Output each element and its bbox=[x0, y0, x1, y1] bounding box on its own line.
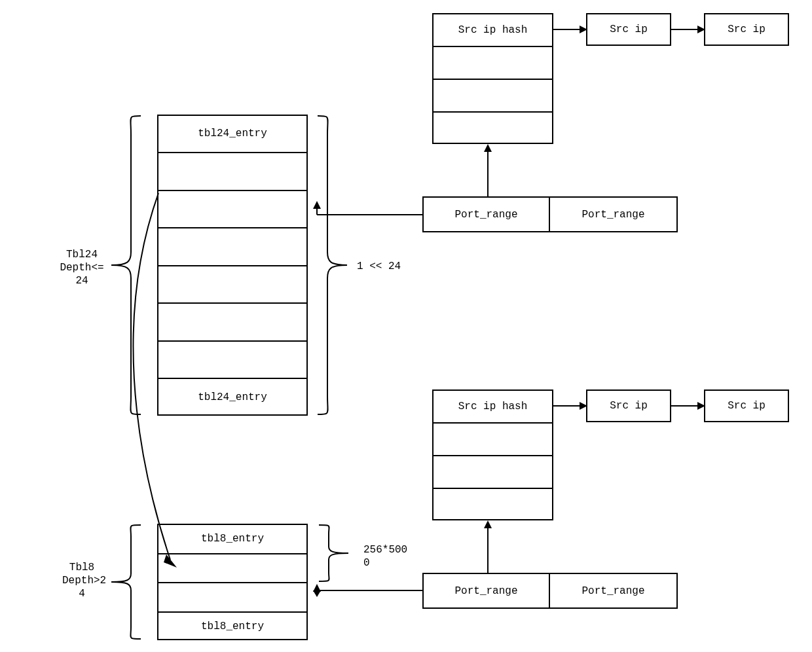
arrow-bot-port-hash bbox=[478, 520, 498, 574]
arrow-tbl24-tbl8 bbox=[131, 193, 210, 579]
svg-marker-18 bbox=[313, 584, 321, 592]
top-portrange-1-label: Port_range bbox=[454, 209, 517, 221]
top-portrange-2-label: Port_range bbox=[581, 209, 644, 221]
top-srcip-1-label: Src ip bbox=[610, 24, 648, 35]
svg-marker-12 bbox=[697, 402, 705, 410]
svg-marker-3 bbox=[697, 26, 705, 33]
arrow-tbl24-port bbox=[308, 200, 424, 219]
bot-portrange-2-label: Port_range bbox=[581, 585, 644, 597]
bot-hash-label: Src ip hash bbox=[432, 400, 553, 413]
svg-marker-10 bbox=[580, 402, 587, 410]
bot-srcip-1: Src ip bbox=[586, 389, 671, 422]
arrow-tbl8-port bbox=[308, 583, 424, 602]
brace-tbl8-right bbox=[316, 524, 355, 583]
svg-marker-1 bbox=[580, 26, 587, 33]
diagram-canvas: Tbl24 Depth<= 24 Tbl8 Depth>2 4 tbl24_en… bbox=[0, 0, 812, 652]
bot-hash-divider bbox=[432, 455, 553, 456]
arrow-top-ip1-ip2 bbox=[671, 20, 705, 39]
tbl8-depth-label: Tbl8 Depth>2 4 bbox=[62, 561, 101, 600]
top-hash-divider bbox=[432, 79, 553, 80]
tbl8-entry-bottom: tbl8_entry bbox=[157, 620, 308, 633]
tbl8-divider bbox=[157, 582, 308, 583]
bot-srcip-2: Src ip bbox=[704, 389, 789, 422]
arrow-bot-ip1-ip2 bbox=[671, 396, 705, 416]
svg-marker-5 bbox=[484, 144, 492, 152]
tbl24-entry-top: tbl24_entry bbox=[157, 127, 308, 140]
top-hash-label: Src ip hash bbox=[432, 24, 553, 37]
arrow-bot-hash-ip1 bbox=[553, 396, 587, 416]
bot-srcip-1-label: Src ip bbox=[610, 400, 648, 412]
tbl24-depth-label: Tbl24 Depth<= 24 bbox=[59, 248, 105, 287]
bot-portrange-1: Port_range bbox=[422, 573, 550, 609]
bot-srcip-2-label: Src ip bbox=[728, 400, 766, 412]
bot-portrange-2: Port_range bbox=[550, 573, 678, 609]
top-srcip-1: Src ip bbox=[586, 13, 671, 46]
svg-marker-19 bbox=[164, 554, 177, 568]
bot-portrange-1-label: Port_range bbox=[454, 585, 517, 597]
brace-tbl24-right bbox=[314, 115, 354, 416]
arrow-top-port-hash bbox=[478, 144, 498, 198]
tbl24-divider bbox=[157, 152, 308, 153]
arrow-top-hash-ip1 bbox=[553, 20, 587, 39]
tbl24-divider bbox=[157, 190, 308, 191]
top-srcip-2: Src ip bbox=[704, 13, 789, 46]
top-hash-divider bbox=[432, 46, 553, 47]
svg-marker-8 bbox=[313, 201, 321, 209]
bot-hash-divider bbox=[432, 488, 553, 489]
tbl8-size-label: 256*500 0 bbox=[363, 543, 409, 570]
bot-hash-divider bbox=[432, 422, 553, 424]
top-srcip-2-label: Src ip bbox=[728, 24, 766, 35]
svg-marker-14 bbox=[484, 520, 492, 528]
top-portrange-1: Port_range bbox=[422, 196, 550, 232]
tbl8-divider bbox=[157, 611, 308, 613]
top-hash-divider bbox=[432, 111, 553, 113]
top-portrange-2: Port_range bbox=[550, 196, 678, 232]
tbl24-size-label: 1 << 24 bbox=[357, 260, 403, 273]
